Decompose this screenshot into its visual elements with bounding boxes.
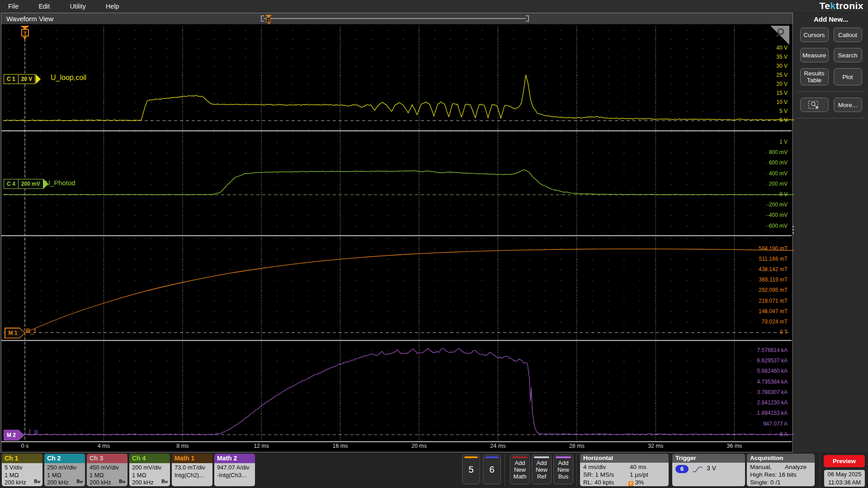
trace-label-bt[interactable]: B_t	[26, 327, 36, 334]
ch1-scale-badge[interactable]: C 1 20 V	[4, 74, 35, 84]
trigger-t-icon[interactable]: T	[21, 29, 29, 37]
ch1-settings-badge[interactable]: Ch 1 5 V/div1 MΩ200 kHzBW	[2, 454, 42, 486]
y-axis-tick-label: 0 V	[733, 191, 788, 197]
date-text: 06 May 2025	[824, 470, 865, 479]
menu-utility[interactable]: Utility	[70, 3, 85, 10]
callout-button[interactable]: Callout	[834, 28, 862, 42]
y-axis-tick-label: 3.788307 kA	[733, 389, 788, 395]
x-axis-tick-label: 0 s	[21, 443, 29, 449]
zoom-mode-button[interactable]	[800, 98, 829, 112]
trigger-panel-title: Trigger	[672, 454, 745, 463]
bandwidth-limit-icon: BW	[119, 478, 125, 486]
y-axis-tick-label: 292.095 mT	[733, 287, 788, 293]
search-button[interactable]: Search	[834, 48, 862, 62]
x-axis-tick-label: 20 ms	[411, 443, 427, 449]
y-axis-tick-label: 438.142 mT	[733, 266, 788, 272]
y-axis-tick-label: 5 V	[733, 108, 788, 114]
menu-edit[interactable]: Edit	[38, 3, 50, 10]
trigger-level: 3 V	[707, 465, 716, 472]
tektronix-logo: Tektronix	[820, 0, 863, 11]
bandwidth-limit-icon: BW	[34, 478, 40, 486]
math1-settings-title: Math 1	[172, 454, 212, 463]
x-axis-tick-label: 28 ms	[569, 443, 585, 449]
trigger-tail-icon	[23, 37, 27, 40]
ruler-trigger-t-icon[interactable]: T	[266, 17, 271, 22]
graticule-ch4	[4, 131, 789, 235]
acquisition-single: Single: 0 /1	[750, 479, 781, 486]
preview-button[interactable]: Preview	[824, 455, 865, 467]
ch3-settings-badge[interactable]: Ch 3 450 mV/div1 MΩ200 kHzBW	[87, 454, 127, 486]
ruler-left-bracket[interactable]	[261, 15, 264, 22]
bus-color-stripe	[556, 456, 571, 458]
ch6-color-stripe	[485, 456, 499, 458]
ch6-button-label: 6	[489, 465, 494, 475]
ruler-right-bracket[interactable]	[526, 15, 529, 22]
ch2-settings-title: Ch 2	[44, 454, 85, 463]
ch4-settings-title: Ch 4	[129, 454, 170, 463]
menu-help[interactable]: Help	[106, 3, 119, 10]
y-axis-tick-label: 584.190 mT	[733, 245, 788, 252]
horizontal-panel[interactable]: Horizontal 4 ms/div 40 ms SR: 1 MS/s 1 µ…	[580, 454, 669, 486]
more-button[interactable]: More...	[834, 98, 862, 112]
rising-edge-icon	[692, 466, 703, 473]
y-axis-tick-label: 30 V	[733, 63, 788, 69]
ch4-scale-badge[interactable]: C 4 200 mV	[4, 179, 43, 189]
x-axis-tick-label: 32 ms	[648, 443, 663, 449]
cursors-button[interactable]: Cursors	[800, 28, 829, 42]
y-axis-tick-label: 6.629537 kA	[733, 357, 788, 364]
graticule-math2	[4, 341, 789, 441]
time-text: 11:03:36 AM	[824, 479, 865, 487]
ch4-badge-name: C 4	[4, 179, 19, 188]
waveform-view-title: Waveform View	[6, 15, 53, 23]
ch6-button[interactable]: 6	[483, 455, 501, 484]
trace-label-uphotod[interactable]: U_Photod	[45, 179, 75, 187]
ch1-badge-tip	[36, 74, 41, 84]
trace-label-ip[interactable]: I_p	[29, 428, 38, 435]
add-new-header: Add New...	[794, 15, 868, 23]
x-axis-tick-label: 16 ms	[333, 443, 348, 449]
horizontal-resolution: 1 µs/pt	[630, 471, 648, 479]
math2-settings-badge[interactable]: Math 2 947.07 A/div-Intg(Ch3...BW	[214, 454, 255, 486]
add-new-bus-button[interactable]: AddNewBus	[553, 455, 573, 484]
ch1-badge-name: C 1	[4, 75, 19, 84]
graticule-math1	[4, 236, 789, 340]
magnifier-icon[interactable]	[775, 27, 787, 39]
y-axis-tick-label: 1 V	[733, 139, 788, 145]
menu-file[interactable]: File	[8, 3, 19, 10]
y-axis-tick-label: 5.682460 kA	[733, 368, 788, 374]
math2-settings-title: Math 2	[214, 454, 255, 463]
horizontal-record-length: RL: 40 kpts	[583, 479, 614, 486]
math-color-stripe	[512, 456, 528, 458]
acquisition-panel[interactable]: Acquisition Manual, Analyze High Res: 16…	[747, 454, 815, 486]
bandwidth-limit-icon: BW	[161, 478, 168, 486]
math1-settings-badge[interactable]: Math 1 73.0 mT/divIntg(Ch2)...BW	[172, 454, 212, 486]
measure-button[interactable]: Measure	[800, 48, 829, 62]
y-axis-tick-label: -200 mV	[733, 202, 788, 208]
y-axis-tick-label: 15 V	[733, 90, 788, 96]
y-axis-tick-label: 365.119 mT	[733, 277, 788, 283]
ch4-scale: 200 mV/div	[132, 464, 170, 472]
ch5-color-stripe	[464, 456, 478, 458]
add-new-math-button[interactable]: AddNewMath	[510, 455, 530, 484]
horizontal-sample-rate: SR: 1 MS/s	[583, 471, 614, 479]
results-table-button[interactable]: Results Table	[800, 68, 829, 85]
trace-label-uloopcoil[interactable]: U_loop,coil	[51, 74, 86, 82]
ch5-button[interactable]: 5	[462, 455, 480, 484]
y-axis-tick-label: 200 mV	[733, 181, 788, 187]
acquisition-mode: Manual,	[750, 463, 772, 471]
y-axis-tick-label: 1.894153 kA	[733, 410, 788, 416]
x-axis-tick-label: 4 ms	[98, 443, 110, 449]
math1-scale: 73.0 mT/div	[175, 464, 212, 472]
datetime-display[interactable]: 06 May 2025 11:03:36 AM	[824, 470, 865, 487]
horizontal-panel-title: Horizontal	[580, 454, 669, 463]
ch2-settings-badge[interactable]: Ch 2 250 mV/div1 MΩ200 kHzBW	[44, 454, 85, 486]
ch4-settings-badge[interactable]: Ch 4 200 mV/div1 MΩ200 kHzBW	[129, 454, 170, 486]
math1-source: Intg(Ch2)...	[175, 472, 212, 479]
timebase-ruler[interactable]	[264, 18, 526, 19]
y-axis-tick-label: -400 mV	[733, 212, 788, 218]
plot-button[interactable]: Plot	[834, 68, 862, 85]
panel-separator	[797, 118, 865, 118]
bandwidth-limit-icon: BW	[76, 478, 83, 486]
trigger-panel[interactable]: Trigger 6 3 V	[672, 454, 745, 486]
add-new-ref-button[interactable]: AddNewRef	[532, 455, 552, 484]
